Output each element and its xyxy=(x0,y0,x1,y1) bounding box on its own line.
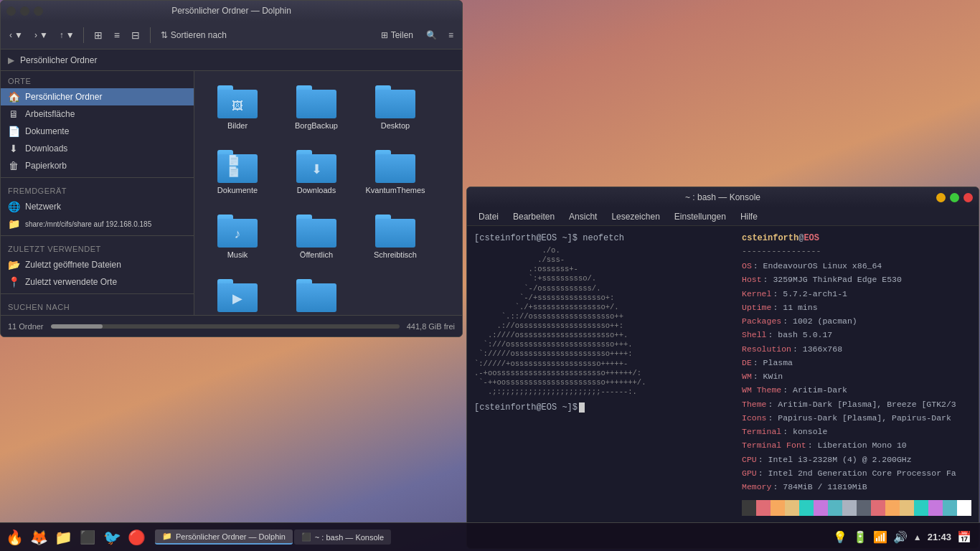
dolphin-taskbar-btn[interactable]: 📁 Persönlicher Ordner — Dolphin xyxy=(155,529,293,545)
konsole-titlebar-buttons xyxy=(936,193,973,202)
folder-bilder-label: Bilder xyxy=(227,121,248,130)
menu-einstellungen[interactable]: Einstellungen xyxy=(669,210,732,223)
files-launcher-icon[interactable]: 📁 xyxy=(52,526,75,549)
sidebar-item-network[interactable]: 🌐 Netzwerk xyxy=(1,198,194,215)
folder-public-label: Öffentlich xyxy=(300,250,333,259)
dolphin-taskbar-icon: 📁 xyxy=(162,532,172,541)
location-arrow-icon: ▶ xyxy=(8,55,14,65)
folder-dokumente[interactable]: 📄 Dokumente xyxy=(202,143,273,200)
eos-launcher-icon[interactable]: 🔥 xyxy=(3,526,26,549)
sidebar-recent-files-label: Zuletzt geöffnete Dateien xyxy=(25,260,121,270)
menu-lesezeichen[interactable]: Lesezeichen xyxy=(606,210,665,223)
firefox-launcher-icon[interactable]: 🦊 xyxy=(27,526,50,549)
terminal-prompt: [csteinforth@EOS ~]$ xyxy=(474,402,727,413)
search-icon: 🔍 xyxy=(426,30,437,40)
menu-datei[interactable]: Datei xyxy=(473,210,504,223)
forward-arrow-icon: ▼ xyxy=(39,30,48,40)
maximize-button[interactable] xyxy=(34,6,43,16)
volume-icon[interactable]: 🔊 xyxy=(893,530,908,544)
folder-schreibtisch-icon xyxy=(375,213,415,248)
folder-public-icon xyxy=(296,213,336,248)
close-button[interactable] xyxy=(6,6,16,16)
view-compact-button[interactable]: ⊟ xyxy=(126,27,146,44)
view-list-button[interactable]: ≡ xyxy=(108,27,126,44)
menu-hilfe[interactable]: Hilfe xyxy=(735,210,763,223)
sidebar-item-home[interactable]: 🏠 Persönlicher Ordner xyxy=(1,88,194,105)
up-arrow-icon: ▼ xyxy=(66,30,75,40)
folder-kvantum[interactable]: KvantumThemes xyxy=(359,143,431,200)
menu-button[interactable]: ≡ xyxy=(444,27,458,43)
sysinfo-host: Host: 3259MJG ThinkPad Edge E530 xyxy=(742,273,971,286)
forward-button[interactable]: › ▼ xyxy=(30,27,52,43)
swatch-12 xyxy=(914,500,928,516)
dolphin-title: Persönlicher Ordner — Dolphin xyxy=(171,6,291,16)
terminal-launcher-icon[interactable]: ⬛ xyxy=(76,526,99,549)
sidebar-item-desktop[interactable]: 🖥 Arbeitsfläche xyxy=(1,105,194,123)
konsole-taskbar-btn[interactable]: ⬛ ~ : bash — Konsole xyxy=(294,529,391,545)
folder-videos[interactable]: Videos xyxy=(202,272,273,315)
tray-arrow-icon[interactable]: ▲ xyxy=(913,532,922,542)
battery-icon[interactable]: 🔋 xyxy=(853,530,867,544)
minimize-button[interactable] xyxy=(20,6,29,16)
folder-musik[interactable]: Musik xyxy=(202,207,273,265)
share-folder-icon: 📁 xyxy=(8,218,19,230)
sysinfo-uptime: Uptime: 11 mins xyxy=(742,301,971,314)
folder-desktop-icon xyxy=(375,84,415,118)
folder-borg-icon xyxy=(296,84,336,118)
cursor xyxy=(579,402,585,413)
sidebar-item-recent-files[interactable]: 📂 Zuletzt geöffnete Dateien xyxy=(1,256,194,273)
folder-schreibtisch[interactable]: Schreibtisch xyxy=(359,207,431,265)
remote-label: Fremdgerät xyxy=(1,181,194,198)
sort-button[interactable]: ⇅ Sortieren nach xyxy=(155,27,232,43)
recent-files-icon: 📂 xyxy=(8,259,19,270)
split-icon: ⊞ xyxy=(381,30,388,40)
crow-launcher-icon[interactable]: 🐦 xyxy=(100,526,123,549)
konsole-close-btn[interactable] xyxy=(963,193,973,202)
split-button[interactable]: ⊞ Teilen xyxy=(375,27,419,43)
back-button[interactable]: ‹ ▼ xyxy=(5,27,27,43)
sidebar-item-trash[interactable]: 🗑 Papierkorb xyxy=(1,157,194,174)
search-button[interactable]: 🔍 xyxy=(422,27,441,43)
recent-places-icon: 📍 xyxy=(8,276,19,288)
swatch-5 xyxy=(814,500,828,516)
sysinfo-wmtheme: WM Theme: Aritim-Dark xyxy=(742,384,971,396)
konsole-minimize-btn[interactable] xyxy=(936,193,946,202)
view-icons-button[interactable]: ⊞ xyxy=(88,27,108,44)
sidebar-home-label: Persönlicher Ordner xyxy=(25,92,102,102)
folder-kvantum-icon xyxy=(375,149,415,183)
sidebar-recent-places-label: Zuletzt verwendete Orte xyxy=(25,277,117,287)
location-bar[interactable]: ▶ Persönlicher Ordner xyxy=(1,50,462,71)
menu-ansicht[interactable]: Ansicht xyxy=(563,210,603,223)
swatch-13 xyxy=(928,500,943,516)
sysinfo-gpu: GPU: Intel 2nd Generation Core Processor… xyxy=(742,467,971,479)
sidebar-item-recent-places[interactable]: 📍 Zuletzt verwendete Orte xyxy=(1,273,194,291)
sidebar-item-downloads[interactable]: ⬇ Downloads xyxy=(1,140,194,157)
folder-downloads-icon xyxy=(296,149,336,183)
extra-launcher-icon[interactable]: 🔴 xyxy=(125,526,148,549)
folder-public[interactable]: Öffentlich xyxy=(281,207,352,265)
places-label: Orte xyxy=(1,71,194,88)
swatch-14 xyxy=(943,500,957,516)
folder-vorlagen[interactable]: Vorlagen xyxy=(281,272,352,315)
up-button[interactable]: ↑ ▼ xyxy=(55,27,79,43)
terminal-left[interactable]: [csteinforth@EOS ~]$ neofetch ./o. ./sss… xyxy=(467,226,735,548)
terminal-icon: ⬛ xyxy=(80,529,95,545)
network-wifi-icon[interactable]: 📶 xyxy=(873,530,887,544)
folder-borgbackup[interactable]: BorgBackup xyxy=(281,78,352,136)
folder-bilder[interactable]: 🖼 Bilder xyxy=(202,78,273,136)
konsole-menubar: Datei Bearbeiten Ansicht Lesezeichen Ein… xyxy=(467,207,979,226)
sidebar-network-label: Netzwerk xyxy=(25,202,61,212)
calendar-icon[interactable]: 📅 xyxy=(957,530,971,544)
sidebar-item-share[interactable]: 📁 share:/mnt/cifs/share auf 192.168.0.18… xyxy=(1,215,194,232)
konsole-maximize-btn[interactable] xyxy=(950,193,959,202)
folder-downloads[interactable]: Downloads xyxy=(281,143,352,200)
folder-borgbackup-label: BorgBackup xyxy=(295,121,338,130)
view-buttons: ⊞ ≡ ⊟ xyxy=(88,27,146,44)
menu-bearbeiten[interactable]: Bearbeiten xyxy=(507,210,560,223)
light-icon[interactable]: 💡 xyxy=(833,530,847,544)
swatch-1 xyxy=(756,500,771,516)
folder-desktop[interactable]: Desktop xyxy=(359,78,431,136)
swatch-8 xyxy=(857,500,871,516)
sidebar-item-documents[interactable]: 📄 Dokumente xyxy=(1,123,194,140)
eos-icon: 🔥 xyxy=(6,529,24,546)
